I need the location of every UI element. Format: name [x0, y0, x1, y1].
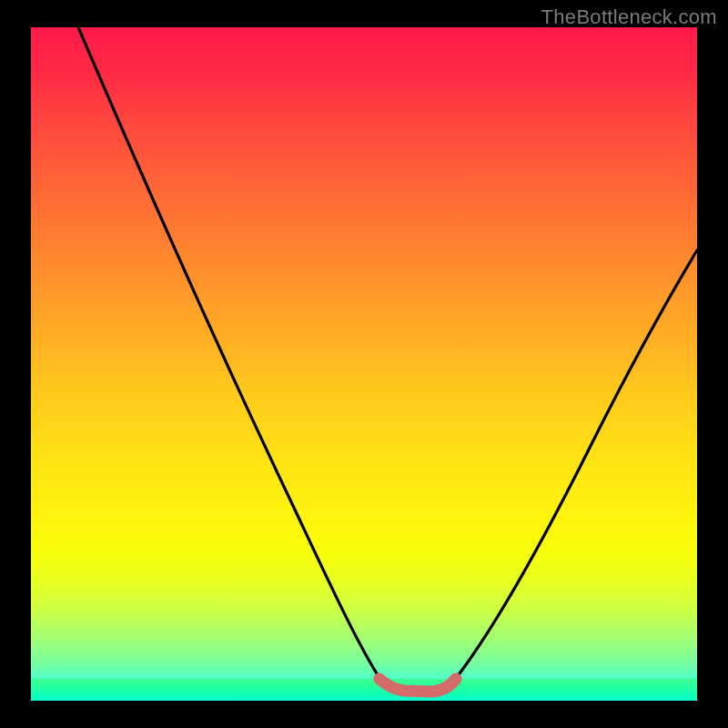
curve-right-branch — [454, 250, 697, 681]
watermark-text: TheBottleneck.com — [541, 5, 717, 29]
chart-frame: TheBottleneck.com — [0, 0, 728, 728]
curve-layer — [31, 27, 697, 701]
optimal-zone-marker — [379, 679, 456, 692]
plot-area — [31, 27, 697, 701]
curve-left-branch — [78, 27, 381, 681]
